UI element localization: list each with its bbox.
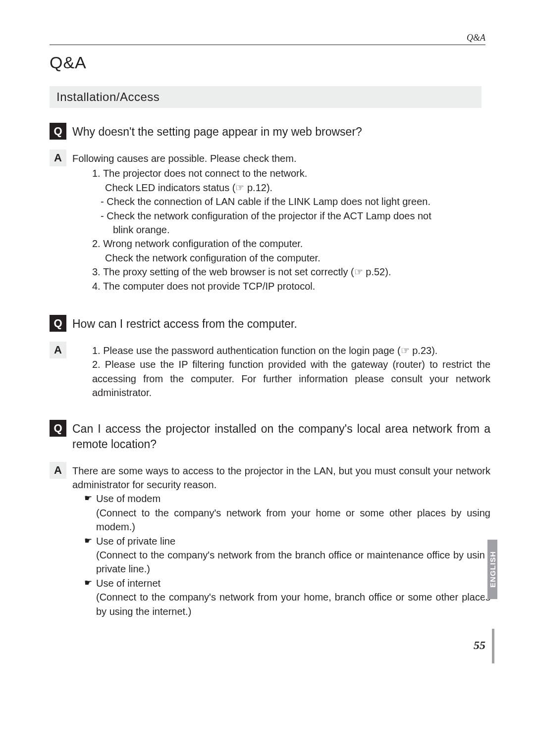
hand-icon: ☛: [84, 576, 96, 590]
answer-line: Check the network configuration of the c…: [72, 251, 490, 265]
language-tab-label: ENGLISH: [488, 551, 497, 588]
answer-body: There are some ways to access to the pro…: [72, 462, 490, 618]
a-badge: A: [50, 462, 66, 479]
header-category: Q&A: [467, 33, 485, 43]
answer-line: 1. The projector does not connect to the…: [72, 166, 490, 180]
q-badge: Q: [50, 315, 66, 332]
answer-bullet: ☛ Use of modem: [72, 492, 490, 505]
answer-body: Following causes are possible. Please ch…: [72, 150, 490, 293]
answer-line: 2. Wrong network configuration of the co…: [72, 237, 490, 251]
answer-intro: There are some ways to access to the pro…: [72, 464, 490, 492]
answer-line: blink orange.: [72, 223, 490, 237]
answer-line: 4. The computer does not provide TCP/IP …: [72, 279, 490, 293]
hand-icon: ☛: [84, 534, 96, 548]
page-title: Q&A: [50, 53, 490, 72]
a-badge: A: [50, 342, 66, 358]
bullet-sub: (Connect to the company's network from y…: [72, 590, 490, 618]
bullet-title: Use of modem: [96, 492, 490, 505]
answer-intro: Following causes are possible. Please ch…: [72, 151, 490, 165]
bullet-sub: (Connect to the company's network from y…: [72, 506, 490, 534]
answer-line: 3. The proxy setting of the web browser …: [72, 265, 490, 279]
answer-bullet: ☛ Use of private line: [72, 534, 490, 548]
language-tab: ENGLISH: [484, 540, 497, 599]
answer-line: Check LED indicators status (☞ p.12).: [72, 181, 490, 195]
question-text: How can I restrict access from the compu…: [72, 315, 490, 332]
a-badge: A: [50, 150, 66, 166]
bullet-title: Use of private line: [96, 534, 490, 548]
qa-block: Q Why doesn't the setting page appear in…: [50, 123, 490, 293]
question-text: Can I access the projector installed on …: [72, 420, 490, 452]
answer-line: 2. Please use the IP filtering function …: [72, 357, 490, 400]
question-text: Why doesn't the setting page appear in m…: [72, 123, 490, 140]
hand-icon: ☛: [84, 492, 96, 505]
answer-line: - Check the connection of LAN cable if t…: [72, 195, 490, 208]
q-badge: Q: [50, 123, 66, 140]
qa-block: Q Can I access the projector installed o…: [50, 420, 490, 618]
page-number: 55: [474, 639, 485, 652]
bullet-title: Use of internet: [96, 576, 490, 590]
section-header: Installation/Access: [50, 86, 482, 108]
answer-line: - Check the network configuration of the…: [72, 209, 490, 223]
answer-body: 1. Please use the password authenticatio…: [72, 342, 490, 400]
header-rule: [50, 45, 485, 45]
page-number-accent: [492, 629, 494, 663]
qa-block: Q How can I restrict access from the com…: [50, 315, 490, 400]
answer-line: 1. Please use the password authenticatio…: [72, 344, 490, 357]
answer-bullet: ☛ Use of internet: [72, 576, 490, 590]
bullet-sub: (Connect to the company's network from t…: [72, 548, 490, 576]
q-badge: Q: [50, 420, 66, 437]
